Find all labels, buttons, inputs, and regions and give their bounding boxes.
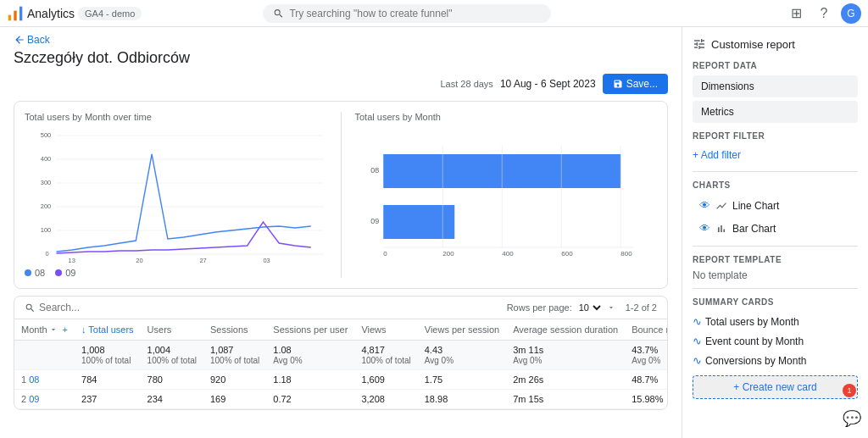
totals-users: 1,004 100% of total [141, 341, 203, 370]
svg-text:200: 200 [41, 202, 52, 210]
svg-text:100: 100 [41, 226, 52, 234]
summary-card-conversions[interactable]: ∿ Conversions by Month [693, 351, 858, 370]
col-month[interactable]: Month + [14, 319, 75, 341]
month-link-09[interactable]: 09 [29, 394, 39, 404]
table-search-input[interactable] [39, 302, 166, 313]
totals-sessions: 1,087 100% of total [203, 341, 266, 370]
svg-rect-2 [19, 6, 22, 20]
topbar-icons: ⊞ ? G [787, 3, 861, 24]
svg-text:200: 200 [442, 250, 454, 258]
metrics-item[interactable]: Metrics [693, 101, 858, 123]
page-count: 1-2 of 2 [626, 302, 657, 313]
svg-text:0: 0 [45, 250, 48, 258]
data-table: Month + ↓ Total users Users Sessions Ses… [14, 319, 668, 409]
col-views-per-session[interactable]: Views per session [418, 319, 506, 341]
month-dropdown-icon[interactable] [49, 325, 58, 334]
svg-rect-0 [8, 14, 11, 20]
summary-card-event-count[interactable]: ∿ Event count by Month [693, 331, 858, 351]
date-row: Last 28 days 10 Aug - 6 Sept 2023 Save..… [0, 74, 682, 101]
col-views[interactable]: Views [354, 319, 417, 341]
data-table-section: Rows per page: 10 25 50 1-2 of 2 M [14, 296, 668, 410]
table-header-row: Month + ↓ Total users Users Sessions Ses… [14, 319, 668, 341]
search-bar[interactable] [263, 4, 551, 23]
line-chart-title: Total users by Month over time [25, 112, 327, 122]
topbar: Analytics GA4 - demo ⊞ ? G [0, 0, 868, 27]
report-data-label: REPORT DATA [693, 61, 858, 70]
save-button[interactable]: Save... [603, 74, 668, 94]
svg-text:Sept: Sept [259, 263, 273, 264]
totals-views: 4,817 100% of total [354, 341, 417, 370]
table-search[interactable] [25, 302, 166, 313]
dimensions-item[interactable]: Dimensions [693, 75, 858, 97]
bar-chart-option[interactable]: 👁 Bar Chart [693, 218, 858, 239]
row1-total-users: 784 [75, 370, 141, 390]
bar-chart-icon [715, 223, 727, 235]
right-panel: Customise report REPORT DATA Dimensions … [682, 27, 868, 438]
breadcrumb: Back [0, 27, 682, 47]
add-filter-button[interactable]: + Add filter [693, 146, 858, 164]
add-column-button[interactable]: + [63, 324, 68, 335]
svg-text:Aug: Aug [64, 263, 75, 264]
table-row: 2 09 237 234 169 0.72 3,208 18.98 7m 15s… [14, 390, 668, 409]
month-link-08[interactable]: 08 [29, 374, 39, 385]
svg-text:27: 27 [199, 257, 206, 264]
no-template: No template [693, 269, 858, 281]
totals-views-per-session: 4.43 Avg 0% [418, 341, 506, 370]
apps-icon[interactable]: ⊞ [787, 3, 807, 24]
bar-chart-section: Total users by Month 08 09 0 200 400 600 [341, 112, 658, 278]
dropdown-icon [607, 303, 615, 312]
legend-item-08: 08 [25, 268, 45, 278]
report-template-label: REPORT TEMPLATE [693, 255, 858, 264]
avatar[interactable]: G [841, 3, 861, 24]
summary-divider [693, 288, 858, 289]
line-chart-svg: 500 400 300 200 100 0 13 [25, 129, 327, 264]
summary-card-total-users[interactable]: ∿ Total users by Month [693, 312, 858, 331]
notification-badge: 1 [843, 384, 856, 397]
customise-icon [693, 37, 706, 51]
back-arrow-icon [14, 34, 25, 46]
svg-text:08: 08 [370, 166, 379, 175]
table-search-icon [25, 302, 36, 313]
eye-icon-line: 👁 [699, 199, 710, 212]
svg-text:0: 0 [383, 250, 387, 258]
logo-area: Analytics GA4 - demo [7, 5, 142, 22]
charts-area: Total users by Month over time 500 400 3… [14, 101, 668, 289]
col-sessions-per-user[interactable]: Sessions per user [266, 319, 354, 341]
search-icon [273, 8, 284, 19]
app-title: Analytics [27, 7, 75, 20]
col-bounce-rate[interactable]: Bounce rate [625, 319, 668, 341]
account-label: GA4 - demo [78, 7, 142, 20]
totals-sessions-per-user: 1.08 Avg 0% [266, 341, 354, 370]
analytics-logo-icon [7, 5, 24, 22]
main-layout: Back Szczegóły dot. Odbiorców Last 28 da… [0, 27, 868, 438]
create-card-wrapper: + Create new card 1 [693, 370, 858, 399]
table-toolbar: Rows per page: 10 25 50 1-2 of 2 [14, 297, 667, 319]
svg-text:600: 600 [561, 250, 573, 258]
col-users[interactable]: Users [141, 319, 203, 341]
col-total-users[interactable]: ↓ Total users [75, 319, 141, 341]
help-icon[interactable]: ? [814, 3, 834, 24]
line-chart-option[interactable]: 👁 Line Chart [693, 195, 858, 216]
date-label: Last 28 days [441, 79, 493, 89]
totals-total-users: 1,008 100% of total [75, 341, 141, 370]
svg-text:500: 500 [41, 131, 52, 139]
date-range: 10 Aug - 6 Sept 2023 [500, 78, 596, 90]
panel-title: Customise report [693, 37, 858, 51]
eye-icon-bar: 👁 [699, 222, 710, 235]
search-input[interactable] [289, 8, 541, 19]
col-avg-session-duration[interactable]: Average session duration [506, 319, 625, 341]
table-row: 1 08 784 780 920 1.18 1,609 1.75 2m 26s … [14, 370, 668, 390]
row2-total-users: 237 [75, 390, 141, 409]
totals-bounce-rate: 43.7% Avg 0% [625, 341, 668, 370]
create-new-card-button[interactable]: + Create new card [693, 375, 858, 399]
template-divider [693, 246, 858, 247]
chat-icon[interactable]: 💬 [843, 409, 861, 428]
col-sessions[interactable]: Sessions [203, 319, 266, 341]
back-button[interactable]: Back [14, 34, 50, 46]
report-filter-label: REPORT FILTER [693, 131, 858, 141]
trend-icon-1: ∿ [693, 315, 702, 328]
rows-per-page-select[interactable]: 10 25 50 [576, 302, 604, 313]
bar-chart-svg: 08 09 0 200 400 600 800 [355, 129, 658, 264]
left-content: Back Szczegóły dot. Odbiorców Last 28 da… [0, 27, 682, 438]
trend-icon-3: ∿ [693, 354, 702, 367]
